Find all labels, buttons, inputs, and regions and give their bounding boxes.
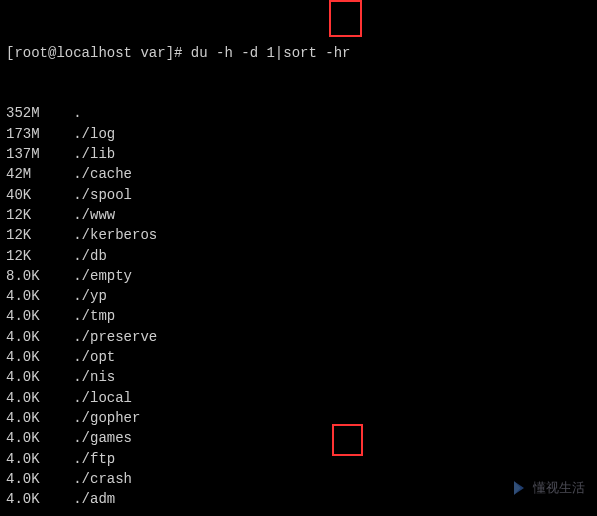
output-row: 173M ./log (6, 124, 591, 144)
prompt-line-1: [root@localhost var]# du -h -d 1|sort -h… (6, 43, 591, 63)
output-row: 4.0K ./tmp (6, 306, 591, 326)
output-row: 137M ./lib (6, 144, 591, 164)
output-row: 8.0K ./empty (6, 266, 591, 286)
output-row: 4.0K ./opt (6, 347, 591, 367)
output-row: 4.0K ./preserve (6, 327, 591, 347)
output-row: 42M ./cache (6, 164, 591, 184)
output-block-1: 352M .173M ./log137M ./lib42M ./cache40K… (6, 103, 591, 509)
terminal-output[interactable]: [root@localhost var]# du -h -d 1|sort -h… (6, 2, 591, 516)
watermark: 懂视生活 (509, 478, 585, 498)
output-row: 12K ./kerberos (6, 225, 591, 245)
output-row: 12K ./www (6, 205, 591, 225)
output-row: 4.0K ./crash (6, 469, 591, 489)
output-row: 4.0K ./adm (6, 489, 591, 509)
output-row: 4.0K ./games (6, 428, 591, 448)
watermark-logo-icon (509, 478, 529, 498)
output-row: 40K ./spool (6, 185, 591, 205)
output-row: 4.0K ./yp (6, 286, 591, 306)
output-row: 352M . (6, 103, 591, 123)
output-row: 4.0K ./ftp (6, 449, 591, 469)
watermark-text: 懂视生活 (533, 479, 585, 498)
output-row: 12K ./db (6, 246, 591, 266)
output-row: 4.0K ./gopher (6, 408, 591, 428)
output-row: 4.0K ./nis (6, 367, 591, 387)
output-row: 4.0K ./local (6, 388, 591, 408)
